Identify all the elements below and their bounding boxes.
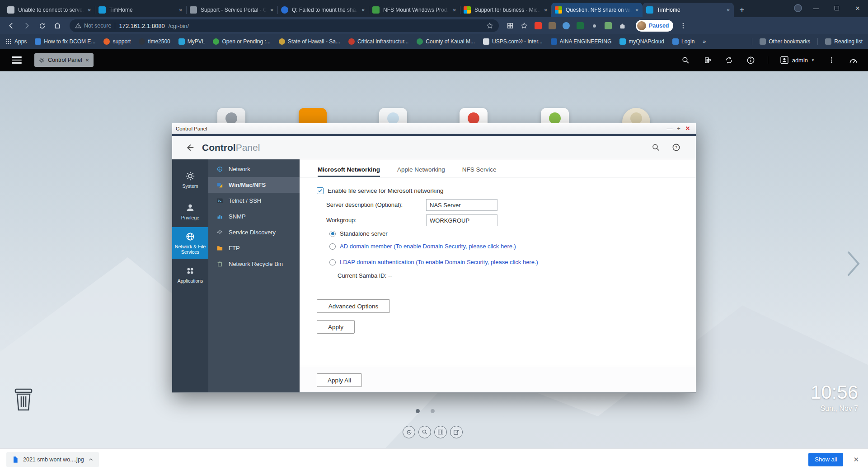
browser-tab[interactable]: NFS Mount Windows Prod... ✕ [369,3,460,17]
tab-close-icon[interactable]: ✕ [453,8,456,13]
browser-tab[interactable]: Unable to connect to serve... ✕ [4,3,95,17]
browser-tab[interactable]: Q: Failed to mount the sha... ✕ [277,3,369,17]
search-icon[interactable] [681,55,691,65]
notifications-info-icon[interactable] [746,55,756,65]
tab-nfs-service[interactable]: NFS Service [462,166,497,177]
apply-all-button[interactable]: Apply All [317,373,362,387]
user-menu[interactable]: admin ▼ [780,56,815,65]
back-button[interactable] [5,19,18,33]
excel-extension-icon[interactable] [576,22,584,30]
bookmark-item[interactable]: County of Kauai M... [417,38,475,45]
browser-tab[interactable]: Support for business - Mic... ✕ [460,3,551,17]
background-tasks-icon[interactable] [703,55,713,65]
menu-item-network-recycle-bin[interactable]: Network Recycle Bin [208,256,300,272]
notes-pencil-icon[interactable] [450,426,463,438]
bookmark-item[interactable]: How to fix DCOM E... [35,38,95,45]
widgets-columns-icon[interactable] [434,426,447,438]
minimize-button[interactable]: — [665,125,674,132]
sidebar-item-privilege[interactable]: Privilege [172,195,208,227]
security-indicator[interactable]: Not secure [75,23,111,29]
menu-item-network[interactable]: Network [208,161,300,177]
server-description-input[interactable] [426,199,497,211]
bookmark-item[interactable]: State of Hawaii - Sa... [279,38,340,45]
titlebar-circle-icon[interactable] [794,4,802,12]
more-options-icon[interactable] [826,55,836,65]
search-icon[interactable] [652,143,660,152]
main-menu-icon[interactable] [12,56,22,64]
menu-item-snmp[interactable]: SNMP [208,209,300,224]
menu-item-service-discovery[interactable]: Service Discovery [208,224,300,240]
teams-extension-icon[interactable] [562,22,570,30]
download-bar-close-icon[interactable]: ✕ [853,456,859,464]
qnap-app-tab-control-panel[interactable]: Control Panel ✕ [34,53,94,67]
acrobat-extension-icon[interactable] [534,22,542,30]
maximize-button[interactable]: + [674,125,683,132]
sidebar-item-network-file-services[interactable]: Network & File Services [172,227,208,259]
download-item[interactable]: 2021 smb wont wo....jpg [6,452,99,467]
ldap-domain-radio[interactable] [329,259,336,265]
extensions-puzzle-icon[interactable] [618,22,626,30]
dashboard-swirl-icon[interactable] [403,426,415,438]
tab-close-icon[interactable]: ✕ [635,8,639,13]
bookmark-item[interactable]: USPS.com® - Inter... [483,38,543,45]
help-icon[interactable]: ? [672,143,680,152]
tab-close-icon[interactable]: ✕ [179,8,183,13]
reload-button[interactable] [35,19,49,33]
caret-up-icon[interactable] [88,457,94,462]
address-bar[interactable]: Not secure 172.161.2.1:8080/cgi-bin/ [70,19,499,32]
bookmark-item[interactable]: Login [672,38,694,45]
dot-extension-icon[interactable] [590,22,598,30]
photos-extension-icon[interactable] [604,22,612,30]
tab-close-icon[interactable]: ✕ [361,8,365,13]
browser-tab-active[interactable]: TimHome ✕ [643,3,734,17]
window-maximize-button[interactable] [826,0,847,16]
advanced-options-button[interactable]: Advanced Options [317,299,390,313]
show-all-button[interactable]: Show all [808,453,843,466]
menu-item-telnet-ssh[interactable]: Telnet / SSH [208,193,300,209]
tab-close-icon[interactable]: ✕ [88,8,91,13]
back-arrow-icon[interactable] [185,143,195,153]
chrome-menu-icon[interactable] [679,22,687,30]
home-button[interactable] [51,19,64,33]
new-tab-button[interactable]: + [736,4,748,16]
menu-item-ftp[interactable]: FTP [208,240,300,256]
forward-button[interactable] [20,19,33,33]
bookmark-star-icon[interactable] [486,22,493,29]
tab-close-icon[interactable]: ✕ [727,8,730,13]
page-dot[interactable] [431,409,435,413]
tab-close-icon[interactable]: ✕ [270,8,274,13]
browser-tab[interactable]: TimHome ✕ [95,3,186,17]
sidebar-item-system[interactable]: System [172,164,208,195]
sidebar-item-applications[interactable]: Applications [172,259,208,290]
window-minimize-button[interactable]: — [806,0,826,16]
bookmarks-overflow-chevron[interactable]: » [703,38,706,45]
reading-list-button[interactable]: Reading list [825,38,863,45]
dashboard-gauge-icon[interactable] [848,55,858,65]
ad-domain-label-link[interactable]: AD domain member (To enable Domain Secur… [340,243,516,250]
bookmark-item[interactable]: myQNAPcloud [619,38,664,45]
bookmark-item[interactable]: AINA ENGINEERING [551,38,612,45]
qsync-icon[interactable] [724,55,734,65]
bookmark-item[interactable]: Open or Pending :... [213,38,270,45]
bookmark-item[interactable]: support [103,38,131,45]
bookmark-item[interactable]: MyPVL [178,38,205,45]
workgroup-input[interactable] [426,214,497,226]
tab-grid-icon[interactable] [506,22,514,30]
menu-item-win-mac-nfs[interactable]: Win/Mac/NFS [208,177,300,193]
browser-tab[interactable]: Question, NFS share on wi... ✕ [551,3,643,17]
search-utility-icon[interactable] [418,426,431,438]
bookmark-item[interactable]: Critical Infrastructur... [348,38,408,45]
ldap-domain-label-link[interactable]: LDAP domain authentication (To enable Do… [340,259,538,265]
bookmark-item[interactable]: time2500 [139,38,170,45]
apply-button[interactable]: Apply [317,320,355,334]
ad-domain-radio[interactable] [329,243,336,250]
other-bookmarks-button[interactable]: Other bookmarks [760,38,810,45]
recycle-bin-icon[interactable] [13,387,34,412]
next-desktop-page-chevron[interactable] [846,250,861,278]
tab-microsoft-networking[interactable]: Microsoft Networking [318,166,380,177]
close-button[interactable]: ✕ [683,125,692,132]
qnap-tab-close-icon[interactable]: ✕ [85,58,89,63]
standalone-server-radio[interactable] [329,231,336,237]
tab-apple-networking[interactable]: Apple Networking [397,166,445,177]
browser-tab[interactable]: Support - Service Portal - C... ✕ [186,3,277,17]
